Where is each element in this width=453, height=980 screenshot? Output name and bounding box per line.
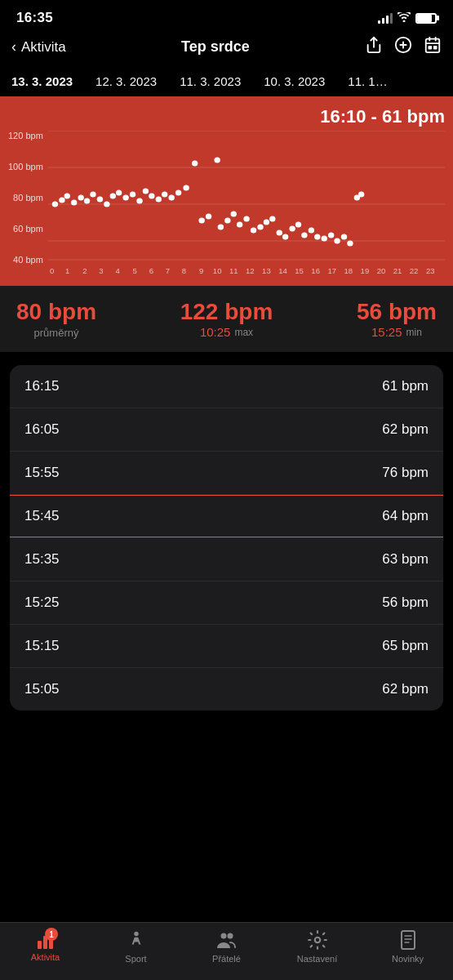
status-icons bbox=[378, 11, 437, 24]
svg-point-53 bbox=[301, 233, 307, 238]
svg-text:13: 13 bbox=[262, 267, 271, 275]
svg-point-87 bbox=[134, 932, 138, 936]
svg-point-42 bbox=[230, 212, 236, 217]
wifi-icon bbox=[397, 11, 411, 24]
stat-min-time: 15:25 bbox=[371, 325, 402, 339]
svg-text:15: 15 bbox=[295, 267, 304, 275]
reading-row-3[interactable]: 15:45 64 bpm bbox=[10, 495, 443, 538]
tab-novinky-label: Novinky bbox=[392, 954, 424, 964]
svg-text:6: 6 bbox=[149, 267, 153, 275]
svg-point-18 bbox=[71, 200, 77, 206]
reading-value-1: 62 bpm bbox=[382, 421, 429, 438]
svg-text:11: 11 bbox=[229, 267, 238, 275]
svg-point-29 bbox=[143, 189, 149, 194]
svg-point-56 bbox=[321, 236, 326, 242]
page-title: Tep srdce bbox=[181, 38, 250, 56]
svg-point-36 bbox=[192, 161, 198, 167]
svg-text:23: 23 bbox=[426, 267, 435, 275]
stat-avg-label: průměrný bbox=[34, 327, 79, 339]
reading-value-2: 76 bpm bbox=[382, 465, 429, 481]
svg-point-54 bbox=[308, 228, 313, 234]
svg-point-19 bbox=[78, 195, 83, 201]
svg-point-37 bbox=[214, 158, 220, 163]
svg-text:0: 0 bbox=[50, 267, 54, 275]
date-tab-1[interactable]: 12. 3. 2023 bbox=[84, 66, 168, 96]
svg-point-47 bbox=[264, 220, 269, 225]
svg-point-46 bbox=[257, 225, 263, 230]
svg-point-27 bbox=[130, 192, 135, 198]
stat-max-time: 10:25 bbox=[200, 325, 231, 339]
svg-point-26 bbox=[122, 195, 128, 201]
stat-max-label: max bbox=[234, 327, 253, 338]
svg-text:1: 1 bbox=[65, 267, 69, 275]
tab-aktivita-icon-wrapper: 1 bbox=[38, 931, 53, 949]
sport-icon bbox=[126, 929, 147, 951]
svg-text:3: 3 bbox=[99, 267, 103, 275]
tab-pratele[interactable]: Přátelé bbox=[194, 929, 260, 964]
svg-point-31 bbox=[155, 197, 161, 203]
svg-point-38 bbox=[198, 218, 204, 224]
svg-point-25 bbox=[116, 190, 122, 196]
date-tab-3[interactable]: 10. 3. 2023 bbox=[252, 66, 336, 96]
battery-icon bbox=[415, 13, 437, 24]
tab-nastaveni[interactable]: Nastavení bbox=[285, 929, 350, 964]
tab-novinky[interactable]: Novinky bbox=[375, 929, 441, 964]
chart-svg[interactable]: 0 1 2 3 4 5 6 7 8 9 10 11 12 13 14 15 16… bbox=[48, 131, 445, 281]
svg-text:19: 19 bbox=[360, 267, 369, 275]
stat-min-label: min bbox=[406, 327, 422, 338]
reading-row-7[interactable]: 15:05 62 bpm bbox=[10, 668, 443, 710]
svg-point-20 bbox=[84, 198, 90, 204]
reading-time-6: 15:15 bbox=[24, 638, 60, 654]
friends-icon bbox=[215, 929, 238, 951]
svg-point-43 bbox=[237, 222, 242, 228]
reading-time-7: 15:05 bbox=[24, 681, 60, 697]
reading-time-5: 15:25 bbox=[24, 595, 60, 611]
svg-point-39 bbox=[206, 214, 211, 220]
y-label-120: 120 bpm bbox=[8, 131, 43, 140]
svg-rect-91 bbox=[402, 931, 415, 949]
back-chevron-icon: ‹ bbox=[11, 38, 16, 56]
add-button[interactable] bbox=[394, 36, 412, 58]
svg-point-41 bbox=[224, 218, 230, 224]
tab-aktivita[interactable]: 1 Aktivita bbox=[13, 931, 78, 962]
svg-text:16: 16 bbox=[311, 267, 320, 275]
calendar-button[interactable] bbox=[424, 36, 442, 58]
status-bar: 16:35 bbox=[0, 0, 453, 31]
svg-text:8: 8 bbox=[182, 267, 186, 275]
svg-point-59 bbox=[341, 234, 347, 240]
svg-text:18: 18 bbox=[344, 267, 353, 275]
svg-point-17 bbox=[64, 194, 69, 199]
svg-point-33 bbox=[168, 195, 174, 201]
svg-point-15 bbox=[52, 202, 58, 207]
stat-max: 122 bpm 10:25 max bbox=[180, 299, 273, 339]
reading-row-0[interactable]: 16:15 61 bpm bbox=[10, 365, 443, 408]
reading-row-6[interactable]: 15:15 65 bpm bbox=[10, 625, 443, 668]
tab-sport[interactable]: Sport bbox=[104, 929, 169, 964]
svg-point-45 bbox=[251, 228, 256, 234]
reading-row-4[interactable]: 15:35 63 bpm bbox=[10, 538, 443, 581]
svg-point-30 bbox=[149, 194, 154, 199]
date-tab-0[interactable]: 13. 3. 2023 bbox=[0, 66, 84, 98]
stat-min-value: 56 bpm bbox=[357, 299, 437, 325]
svg-point-58 bbox=[334, 238, 340, 244]
svg-point-50 bbox=[282, 234, 288, 240]
svg-text:17: 17 bbox=[327, 267, 336, 275]
svg-point-32 bbox=[162, 192, 167, 198]
svg-rect-9 bbox=[434, 47, 437, 49]
reading-row-1[interactable]: 16:05 62 bpm bbox=[10, 408, 443, 452]
reading-row-2[interactable]: 15:55 76 bpm bbox=[10, 452, 443, 495]
reading-value-3: 64 bpm bbox=[382, 508, 429, 524]
chart-current-reading: 16:10 - 61 bpm bbox=[8, 106, 445, 127]
y-label-80: 80 bpm bbox=[8, 193, 43, 203]
svg-point-28 bbox=[136, 198, 142, 204]
date-tab-4[interactable]: 11. 1… bbox=[336, 66, 398, 96]
date-tab-2[interactable]: 11. 3. 2023 bbox=[168, 66, 252, 96]
reading-value-6: 65 bpm bbox=[382, 638, 429, 654]
y-label-40: 40 bpm bbox=[8, 255, 43, 265]
share-button[interactable] bbox=[365, 36, 383, 58]
back-button[interactable]: ‹ Aktivita bbox=[11, 38, 66, 56]
svg-point-89 bbox=[227, 933, 233, 939]
tab-aktivita-label: Aktivita bbox=[31, 952, 60, 962]
reading-row-5[interactable]: 15:25 56 bpm bbox=[10, 581, 443, 625]
reading-time-0: 16:15 bbox=[24, 378, 60, 394]
